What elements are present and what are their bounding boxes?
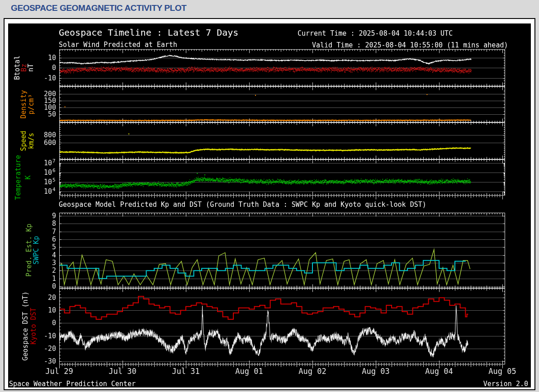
ylabel-swpc-kp: SWPC Kp [32, 236, 40, 264]
valid-time: Valid Time : 2025-08-04 10:55:00 (11 min… [312, 41, 508, 49]
ylabel-density-units: p/cm³ [27, 94, 35, 114]
ylabel-kyoto-dst: Kyoto DST [29, 308, 38, 344]
ylabel-nt: nT [27, 64, 35, 72]
footer-version: Version 2.0 [483, 380, 528, 388]
ylabel-temperature-units: K [24, 175, 32, 179]
ylabel-temperature: Temperature [14, 155, 22, 200]
chart-subtitle: Solar Wind Predicted at Earth [59, 41, 177, 49]
page-title: GEOSPACE GEOMAGNETIC ACTIVITY PLOT [11, 3, 186, 13]
chart-title: Geospace Timeline : Latest 7 Days [59, 27, 238, 38]
geospace-plot: Geospace Timeline : Latest 7 Days Curren… [8, 23, 531, 387]
plot-frame: Geospace Timeline : Latest 7 Days Curren… [4, 18, 535, 390]
kp-dst-section-title: Geospace Model Predicted Kp and DST (Gro… [59, 201, 426, 209]
footer-source: Space Weather Prediction Center [9, 380, 136, 388]
ylabel-density: Density [19, 90, 28, 118]
ylabel-speed-units: km/s [27, 133, 35, 149]
window-title-bar: GEOSPACE GEOMAGNETIC ACTIVITY PLOT [0, 0, 539, 18]
ylabel-speed: Speed [19, 131, 28, 151]
current-time: Current Time : 2025-08-04 10:44:03 UTC [298, 29, 453, 37]
ylabel-geospace-dst: Geospace DST (nT) [21, 291, 29, 361]
